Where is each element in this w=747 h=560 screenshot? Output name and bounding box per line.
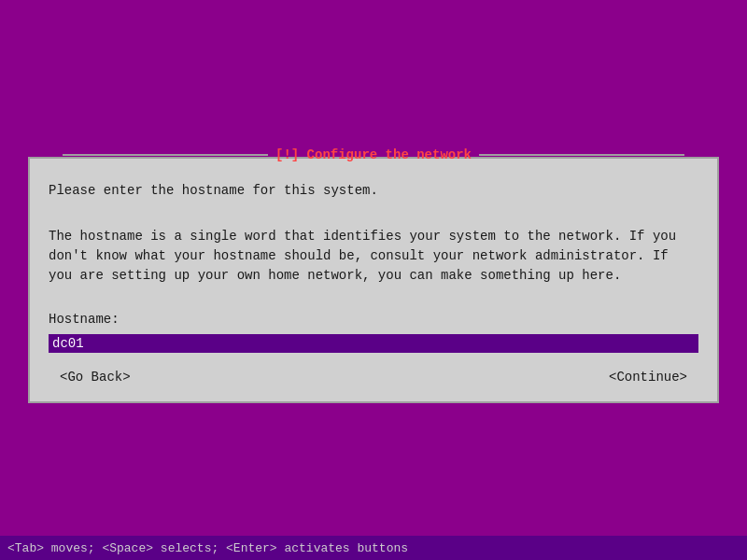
hostname-label: Hostname:: [49, 312, 698, 327]
go-back-button[interactable]: <Go Back>: [52, 368, 138, 386]
dialog-title: [!] Configure the network: [275, 147, 472, 162]
title-line-right: [479, 154, 684, 156]
hostname-input[interactable]: [49, 334, 698, 353]
description-line1: Please enter the hostname for this syste…: [49, 181, 698, 201]
button-row: <Go Back> <Continue>: [49, 368, 698, 386]
status-bar: <Tab> moves; <Space> selects; <Enter> ac…: [0, 536, 747, 560]
title-line-left: [63, 154, 268, 156]
dialog-content: Please enter the hostname for this syste…: [30, 159, 717, 401]
hostname-input-row: [49, 334, 698, 353]
continue-button[interactable]: <Continue>: [601, 368, 695, 386]
status-bar-text: <Tab> moves; <Space> selects; <Enter> ac…: [7, 541, 408, 555]
description-line2: The hostname is a single word that ident…: [49, 227, 698, 286]
dialog-title-bar: [!] Configure the network: [63, 147, 684, 162]
configure-network-dialog: [!] Configure the network Please enter t…: [28, 157, 719, 403]
